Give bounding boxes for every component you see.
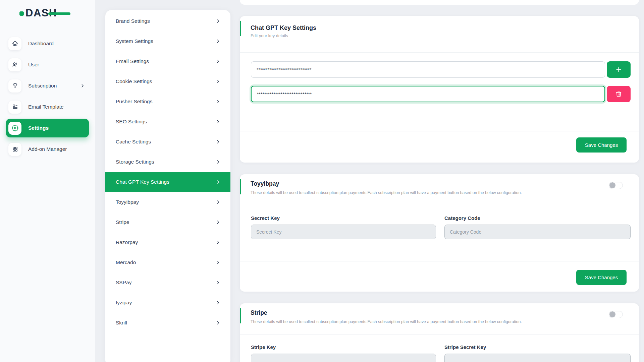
api-key-row [251, 61, 631, 78]
settings-menu-item-system-settings[interactable]: System Settings [105, 31, 230, 51]
card-title: Chat GPT Key Settings [251, 24, 628, 32]
logo-dot [19, 11, 24, 16]
sidebar-item-label: Subscription [28, 83, 57, 89]
chevron-right-icon [216, 99, 220, 104]
menu-item-label: SSPay [116, 280, 131, 286]
menu-item-label: Razorpay [116, 239, 138, 245]
stripe-enable-toggle[interactable] [609, 311, 623, 318]
field-label: Stripe Key [251, 344, 436, 350]
settings-menu-item-cache-settings[interactable]: Cache Settings [105, 132, 230, 152]
home-icon [12, 40, 18, 47]
trophy-icon [12, 82, 18, 89]
sidebar: DASH Dashboard User Subscription Email T… [0, 0, 95, 362]
users-icon [12, 61, 18, 68]
settings-menu-item-seo-settings[interactable]: SEO Settings [105, 112, 230, 132]
field-label: Category Code [444, 215, 631, 221]
icon-box [8, 101, 21, 114]
toggle-knob [609, 311, 615, 317]
card-subtitle: Edit your key details [251, 34, 628, 38]
card-accent-bar [240, 21, 241, 36]
sidebar-item-add-on-manager[interactable]: Add-on Manager [6, 140, 89, 159]
divider [240, 334, 639, 335]
menu-item-label: SEO Settings [116, 119, 147, 125]
settings-menu-item-brand-settings[interactable]: Brand Settings [105, 11, 230, 31]
card-title: Stripe [251, 309, 628, 316]
icon-box [8, 143, 21, 156]
settings-menu-item-stripe[interactable]: Stripe [105, 212, 230, 232]
toyyibpay-enable-toggle[interactable] [609, 182, 623, 189]
add-key-button[interactable] [607, 61, 631, 78]
menu-item-label: Cookie Settings [116, 78, 152, 84]
sidebar-nav: Dashboard User Subscription Email Templa… [0, 34, 95, 161]
chevron-right-icon [216, 79, 220, 84]
toggle-knob [609, 182, 615, 188]
sidebar-item-label: Dashboard [28, 41, 54, 47]
settings-menu-item-storage-settings[interactable]: Storage Settings [105, 152, 230, 172]
chevron-right-icon [216, 160, 220, 164]
sidebar-item-label: Settings [28, 125, 49, 131]
settings-menu-item-toyyibpay[interactable]: Toyyibpay [105, 192, 230, 212]
icon-box [8, 122, 21, 135]
divider [240, 204, 639, 204]
field-label: Secrect Key [251, 215, 436, 221]
card-accent-bar [240, 308, 241, 323]
previous-card-bottom-edge [240, 0, 639, 5]
menu-item-label: System Settings [116, 38, 153, 44]
card-header: Toyyibpay These details will be used to … [240, 174, 639, 195]
sidebar-item-dashboard[interactable]: Dashboard [6, 34, 89, 53]
settings-menu-item-mercado[interactable]: Mercado [105, 252, 230, 273]
settings-menu-item-pusher-settings[interactable]: Pusher Settings [105, 92, 230, 112]
api-key-input[interactable] [251, 86, 605, 102]
chevron-right-icon [216, 260, 220, 265]
chevron-right-icon [216, 300, 220, 305]
card-description: These details will be used to collect su… [251, 319, 628, 324]
logo-bar [48, 12, 70, 15]
stripe-card: Stripe These details will be used to col… [240, 303, 639, 362]
chevron-right-icon [216, 59, 220, 64]
sidebar-item-label: User [28, 62, 39, 68]
card-header: Chat GPT Key Settings Edit your key deta… [240, 16, 639, 38]
chevron-right-icon [80, 83, 85, 88]
sidebar-item-email-template[interactable]: Email Template [6, 98, 89, 116]
chevron-right-icon [216, 139, 220, 144]
settings-menu-item-skrill[interactable]: Skrill [105, 313, 230, 333]
settings-menu-item-cookie-settings[interactable]: Cookie Settings [105, 71, 230, 92]
sidebar-item-label: Email Template [28, 104, 64, 110]
sidebar-item-settings[interactable]: Settings [6, 119, 89, 137]
settings-menu-item-iyzipay[interactable]: Iyzipay [105, 293, 230, 313]
save-changes-button[interactable]: Save Changes [576, 270, 627, 285]
chevron-right-icon [216, 220, 220, 225]
layout-icon [12, 104, 18, 110]
settings-menu-item-chat-gpt-key-settings[interactable]: Chat GPT Key Settings [105, 172, 230, 192]
settings-menu-item-razorpay[interactable]: Razorpay [105, 232, 230, 252]
divider [240, 52, 639, 53]
save-changes-button[interactable]: Save Changes [576, 137, 627, 153]
sidebar-item-user[interactable]: User [6, 55, 89, 74]
menu-item-label: Chat GPT Key Settings [116, 179, 169, 185]
chevron-right-icon [216, 180, 220, 184]
chevron-right-icon [216, 240, 220, 245]
settings-menu-item-sspay[interactable]: SSPay [105, 273, 230, 293]
menu-item-label: Pusher Settings [116, 99, 152, 105]
menu-item-label: Stripe [116, 219, 129, 225]
delete-key-button[interactable] [607, 86, 631, 102]
app-logo[interactable]: DASH [19, 7, 57, 19]
sidebar-item-label: Add-on Manager [28, 146, 67, 152]
menu-item-label: Iyzipay [116, 300, 132, 306]
sidebar-item-subscription[interactable]: Subscription [6, 76, 89, 95]
field-input [251, 225, 436, 239]
api-key-input[interactable] [251, 61, 605, 78]
settings-menu-panel: Brand Settings System Settings Email Set… [105, 10, 230, 362]
chevron-right-icon [216, 200, 220, 204]
menu-item-label: Mercado [116, 259, 136, 265]
chevron-right-icon [216, 119, 220, 124]
grid-icon [12, 146, 18, 153]
menu-item-label: Cache Settings [116, 139, 151, 145]
settings-menu-item-email-settings[interactable]: Email Settings [105, 51, 230, 71]
menu-item-label: Skrill [116, 320, 127, 326]
api-key-row [251, 86, 631, 102]
gear-icon [12, 125, 18, 131]
menu-item-label: Toyyibpay [116, 199, 139, 205]
divider [240, 261, 639, 261]
chevron-right-icon [216, 280, 220, 285]
